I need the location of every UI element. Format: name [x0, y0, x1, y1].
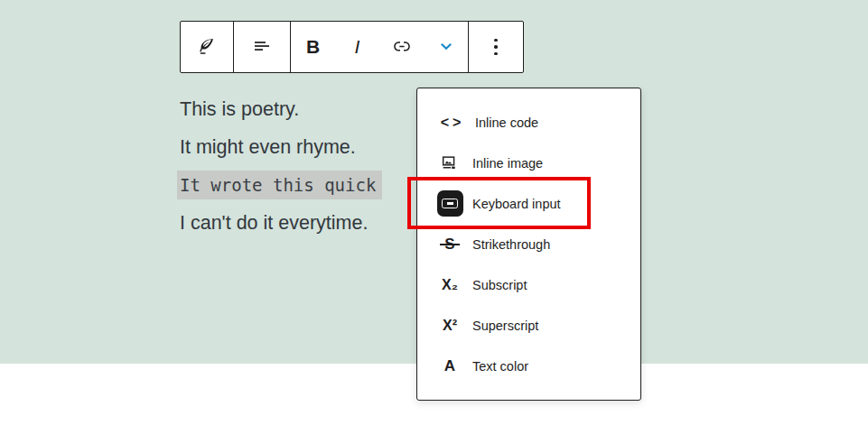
keyboard-icon	[437, 190, 463, 217]
menu-item-label: Inline code	[475, 115, 538, 130]
page: B I	[0, 0, 868, 425]
strikethrough-icon: S	[444, 236, 454, 254]
toolbar-group-align	[234, 22, 291, 72]
more-formats-button[interactable]	[424, 22, 468, 72]
verse-line: I can't do it everytime.	[180, 204, 382, 242]
menu-item-inline-image[interactable]: Inline image	[417, 143, 640, 183]
kebab-menu-icon	[494, 39, 497, 55]
block-toolbar: B I	[180, 21, 524, 73]
menu-item-label: Subscript	[472, 278, 527, 292]
feather-icon	[196, 35, 218, 60]
menu-item-label: Keyboard input	[472, 197, 561, 211]
menu-item-label: Superscript	[472, 319, 538, 333]
options-button[interactable]	[469, 22, 523, 72]
menu-item-inline-code[interactable]: <> Inline code	[417, 102, 640, 143]
link-button[interactable]	[379, 22, 424, 72]
formats-dropdown-menu: <> Inline code Inline image Keyboard inp…	[416, 88, 641, 401]
verse-line: This is poetry.	[180, 90, 382, 128]
verse-block-button[interactable]	[181, 22, 233, 72]
toolbar-group-options	[469, 22, 523, 72]
bold-icon: B	[306, 36, 320, 58]
menu-item-subscript[interactable]: X₂ Subscript	[417, 264, 640, 305]
italic-icon: I	[355, 36, 360, 58]
menu-item-label: Strikethrough	[472, 237, 550, 252]
align-left-icon	[251, 35, 273, 60]
selected-text: It wrote this quick	[177, 171, 382, 199]
chevron-down-icon	[435, 35, 457, 60]
bold-button[interactable]: B	[291, 22, 335, 72]
verse-line: It wrote this quick	[180, 166, 382, 204]
superscript-icon: X²	[436, 318, 463, 334]
text-color-icon: A	[436, 357, 463, 375]
menu-item-keyboard-input[interactable]: Keyboard input	[417, 183, 640, 224]
menu-item-strikethrough[interactable]: S Strikethrough	[417, 224, 640, 264]
toolbar-group-block	[181, 22, 234, 72]
menu-item-text-color[interactable]: A Text color	[417, 346, 640, 386]
link-icon	[391, 35, 413, 60]
verse-line: It might even rhyme.	[180, 128, 382, 166]
menu-item-label: Text color	[472, 359, 528, 374]
toolbar-group-formatting: B I	[291, 22, 469, 72]
menu-item-superscript[interactable]: X² Superscript	[417, 305, 640, 346]
align-text-button[interactable]	[234, 22, 290, 72]
italic-button[interactable]: I	[335, 22, 379, 72]
inline-code-icon: <>	[436, 115, 466, 131]
inline-image-icon	[436, 153, 463, 173]
verse-block[interactable]: This is poetry. It might even rhyme. It …	[180, 90, 382, 242]
subscript-icon: X₂	[436, 277, 463, 293]
menu-item-label: Inline image	[472, 156, 543, 171]
